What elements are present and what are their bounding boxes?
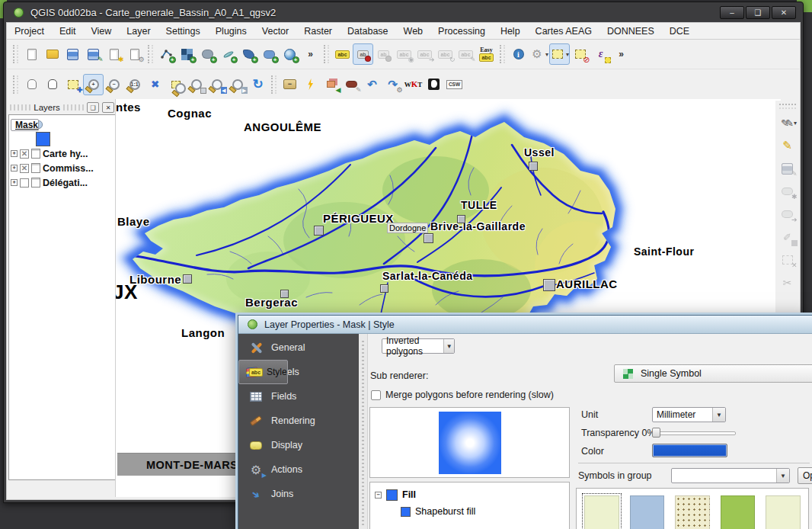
- expand-toggle[interactable]: +: [11, 165, 18, 172]
- layer-item[interactable]: +✕Carte hy...: [11, 147, 113, 160]
- menu-item-donnees[interactable]: DONNEES: [599, 24, 662, 39]
- open-library-button[interactable]: Ope: [798, 467, 812, 484]
- deselect-all-button[interactable]: ⊘: [570, 43, 590, 65]
- minimize-button[interactable]: –: [720, 6, 744, 19]
- zoom-native-button[interactable]: 1:1: [124, 74, 145, 95]
- toolbar-handle[interactable]: [500, 45, 505, 63]
- lightning-button[interactable]: [300, 74, 321, 95]
- duplicate-layer-button[interactable]: ◀: [321, 74, 341, 95]
- pin-labels-button[interactable]: ab: [353, 43, 373, 65]
- layer-name[interactable]: Commiss...: [43, 163, 94, 174]
- transparency-slider[interactable]: [652, 427, 736, 438]
- saved-symbol-swatch[interactable]: [675, 495, 710, 529]
- undo-button[interactable]: ↶: [362, 74, 382, 95]
- menu-item-plugins[interactable]: Plugins: [208, 24, 254, 39]
- run-feature-action-button[interactable]: ⚙▾: [529, 43, 549, 65]
- toolbar-handle[interactable]: [13, 75, 18, 94]
- pan-map-button[interactable]: [42, 74, 62, 95]
- zoom-next-button[interactable]: ▶: [227, 74, 248, 95]
- current-edits-button[interactable]: ✎✎▾: [777, 112, 798, 133]
- pan-to-selection-button[interactable]: ✚: [62, 74, 83, 95]
- symbols-group-select[interactable]: ▼: [671, 468, 790, 483]
- layer-visibility-checkbox[interactable]: ✕: [20, 164, 29, 173]
- highlight-pinned-labels-button[interactable]: ab: [373, 43, 394, 65]
- panel-close-button[interactable]: ✕: [102, 102, 114, 113]
- color-button[interactable]: [652, 444, 727, 457]
- menu-item-settings[interactable]: Settings: [158, 24, 208, 39]
- open-project-button[interactable]: [42, 43, 62, 65]
- select-features-button[interactable]: ▾: [549, 43, 570, 65]
- saved-symbol-swatch[interactable]: [584, 495, 619, 529]
- zoom-last-button[interactable]: ◀: [206, 74, 227, 95]
- wkt-button[interactable]: WKT: [403, 74, 424, 95]
- easy-custom-labeling-button[interactable]: Easyabc: [476, 43, 497, 65]
- symbol-tree-child-row[interactable]: Shapeburst fill: [375, 503, 564, 520]
- tab-actions[interactable]: ⚙▶Actions: [238, 457, 359, 482]
- toolbar-overflow-button[interactable]: »: [611, 43, 631, 65]
- menu-item-web[interactable]: Web: [396, 24, 430, 39]
- close-button[interactable]: ✕: [772, 6, 796, 19]
- menu-item-project[interactable]: Project: [7, 24, 52, 39]
- change-label-button[interactable]: abc✎: [456, 43, 476, 65]
- saved-symbol-swatch[interactable]: [630, 495, 665, 529]
- add-raster-layer-button[interactable]: +: [177, 43, 197, 65]
- panel-float-button[interactable]: ❑: [87, 102, 99, 113]
- expand-toggle[interactable]: +: [11, 179, 18, 186]
- identify-features-button[interactable]: i: [508, 43, 529, 65]
- layers-panel-header[interactable]: Layers ❑ ✕: [8, 101, 116, 114]
- composer-manager-button[interactable]: ⚙: [124, 43, 145, 65]
- africa-plugin-button[interactable]: [424, 74, 444, 95]
- dialog-title-bar[interactable]: Layer Properties - Mask | Style: [238, 316, 812, 334]
- labeling-button[interactable]: abc: [332, 43, 353, 65]
- layer-name[interactable]: Carte hy...: [43, 149, 88, 159]
- csw-metasearch-button[interactable]: CSW: [444, 74, 465, 95]
- tab-joins[interactable]: ➔Joins: [238, 482, 359, 506]
- select-by-expression-button[interactable]: ε: [590, 43, 611, 65]
- saved-symbol-swatch[interactable]: [766, 495, 801, 529]
- save-project-button[interactable]: [62, 43, 83, 65]
- refresh-map-button[interactable]: ↻: [248, 74, 268, 95]
- add-spatialite-layer-button[interactable]: +: [218, 43, 238, 65]
- zoom-to-layer-button[interactable]: [186, 74, 206, 95]
- menu-item-edit[interactable]: Edit: [52, 24, 84, 39]
- save-project-as-button[interactable]: ✎: [83, 43, 104, 65]
- slider-handle[interactable]: [652, 428, 660, 438]
- toolbar-handle[interactable]: [271, 75, 277, 94]
- new-print-composer-button[interactable]: ✱: [104, 43, 124, 65]
- tab-general[interactable]: General: [238, 335, 359, 360]
- rotate-label-button[interactable]: abc↻: [435, 43, 456, 65]
- touch-zoom-button[interactable]: [21, 74, 42, 95]
- layer-item[interactable]: −✕Mask: [11, 118, 113, 131]
- saved-symbol-swatch[interactable]: [721, 495, 756, 529]
- zoom-to-selection-button[interactable]: [165, 74, 186, 95]
- tab-rendering[interactable]: Rendering: [238, 409, 359, 433]
- node-tool-button[interactable]: ✐: [777, 226, 798, 248]
- menu-item-layer[interactable]: Layer: [119, 24, 158, 39]
- add-feature-button[interactable]: ✱: [777, 181, 798, 202]
- delete-selected-button[interactable]: ✕: [777, 249, 798, 271]
- add-vector-layer-button[interactable]: +: [156, 43, 177, 65]
- menu-item-database[interactable]: Database: [340, 24, 396, 39]
- collapse-toggle[interactable]: −: [375, 492, 382, 499]
- cut-features-button[interactable]: ✂: [777, 272, 798, 293]
- move-feature-button[interactable]: ➔: [777, 204, 798, 225]
- renderer-select[interactable]: Inverted polygons ▼: [382, 338, 455, 354]
- merge-polygons-checkbox[interactable]: [371, 390, 381, 400]
- chevron-down-icon[interactable]: ▼: [443, 339, 454, 353]
- toolbar-handle[interactable]: [779, 104, 796, 109]
- toolbar-handle[interactable]: [13, 45, 18, 63]
- zoom-in-button[interactable]: +: [83, 74, 104, 95]
- menu-item-view[interactable]: View: [83, 24, 119, 39]
- show-hidden-labels-button[interactable]: abc◉: [394, 43, 414, 65]
- title-bar[interactable]: QGIS 0dd02ba - Carte_generale_Bassin_A0_…: [6, 2, 801, 22]
- tab-fields[interactable]: Fields: [238, 384, 359, 409]
- symbol-tree-root-row[interactable]: − Fill: [375, 486, 564, 503]
- zoom-full-button[interactable]: ✚: [145, 74, 165, 95]
- menu-item-dce[interactable]: DCE: [662, 24, 697, 39]
- new-project-button[interactable]: [21, 43, 42, 65]
- expand-toggle[interactable]: +: [11, 150, 18, 157]
- archive-button[interactable]: −: [280, 74, 300, 95]
- menu-item-processing[interactable]: Processing: [430, 24, 493, 39]
- add-oracle-layer-button[interactable]: +: [259, 43, 280, 65]
- single-symbol-button[interactable]: Single Symbol: [614, 364, 812, 383]
